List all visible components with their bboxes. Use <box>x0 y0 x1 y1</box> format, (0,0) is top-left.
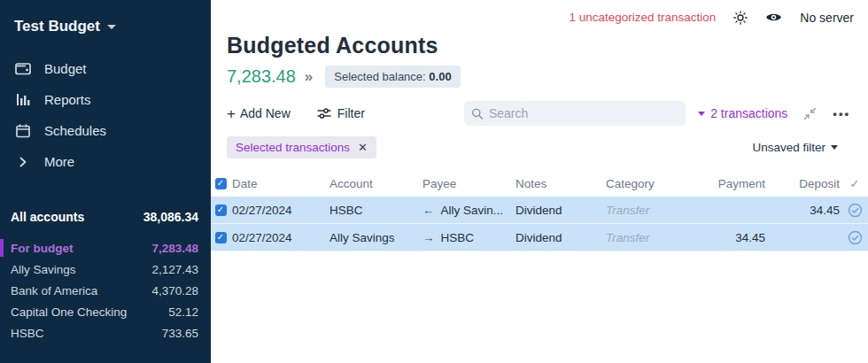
account-item-ally-savings[interactable]: Ally Savings 2,127.43 <box>0 259 211 280</box>
table-row[interactable]: ✓ 02/27/2024 Ally Savings → HSBC Dividen… <box>211 224 868 251</box>
cell-payment[interactable]: 34.45 <box>698 231 769 244</box>
search-icon <box>471 107 484 120</box>
cell-account[interactable]: Ally Savings <box>328 231 421 244</box>
cell-date[interactable]: 02/27/2024 <box>230 204 328 217</box>
sidebar-item-budget[interactable]: Budget <box>0 53 211 84</box>
transactions-count-label: 2 transactions <box>710 106 787 120</box>
bar-chart-icon <box>14 93 32 106</box>
cleared-status-button[interactable] <box>843 230 866 245</box>
uncategorized-alert[interactable]: 1 uncategorized transaction <box>569 11 716 24</box>
account-label: HSBC <box>11 327 44 340</box>
active-indicator <box>0 239 4 257</box>
server-status-button[interactable]: No server <box>800 11 854 25</box>
all-accounts-item[interactable]: All accounts 38,086.34 <box>0 205 211 228</box>
search-box[interactable] <box>464 101 686 126</box>
cleared-status-button[interactable] <box>843 203 866 218</box>
cell-category[interactable]: Transfer <box>604 204 698 217</box>
sidebar-item-label: Budget <box>44 61 87 76</box>
payee-name: HSBC <box>441 231 475 244</box>
selected-balance-label: Selected balance: <box>334 70 425 83</box>
row-checkbox[interactable]: ✓ <box>215 232 227 243</box>
transactions-table: ✓ Date Account Payee Notes Category Paym… <box>211 170 868 251</box>
sidebar-item-label: More <box>44 154 74 169</box>
check-icon: ✓ <box>217 179 224 188</box>
account-item-for-budget[interactable]: For budget 7,283.48 <box>0 237 211 259</box>
close-icon[interactable]: ✕ <box>358 141 368 154</box>
sidebar-nav: Budget Reports Schedules More <box>0 53 211 177</box>
sidebar: Test Budget Budget Reports Schedules <box>0 0 211 363</box>
account-header: Budgeted Accounts 7,283.48 » Selected ba… <box>211 27 868 159</box>
privacy-toggle-button[interactable] <box>765 12 782 23</box>
theme-toggle-button[interactable] <box>733 11 748 25</box>
account-list: For budget 7,283.48 Ally Savings 2,127.4… <box>0 237 211 344</box>
add-new-button[interactable]: + Add New <box>227 106 291 121</box>
sliders-icon <box>317 107 331 120</box>
calendar-icon <box>14 124 32 138</box>
cell-notes[interactable]: Dividend <box>514 231 604 244</box>
column-header-notes: Notes <box>514 177 604 190</box>
plus-icon: + <box>227 106 236 121</box>
chevron-right-icon <box>14 157 32 167</box>
sidebar-item-schedules[interactable]: Schedules <box>0 115 211 146</box>
all-accounts-value: 38,086.34 <box>143 210 198 224</box>
column-header-payment: Payment <box>698 177 769 190</box>
check-icon: ✓ <box>217 205 224 214</box>
column-header-account: Account <box>328 177 421 190</box>
account-value: 4,370.28 <box>151 284 198 297</box>
column-header-payee: Payee <box>421 177 514 190</box>
transfer-arrow-icon: ← <box>422 204 435 217</box>
selected-balance-value: 0.00 <box>429 70 451 83</box>
cell-category[interactable]: Transfer <box>604 231 698 244</box>
toolbar: + Add New Filter <box>227 101 850 126</box>
transactions-count-button[interactable]: 2 transactions <box>698 106 787 120</box>
account-item-bank-of-america[interactable]: Bank of America 4,370.28 <box>0 280 211 301</box>
accounts-section: All accounts 38,086.34 For budget 7,283.… <box>0 205 211 344</box>
budget-name: Test Budget <box>14 18 100 35</box>
column-header-date: Date <box>230 177 328 190</box>
sidebar-item-more[interactable]: More <box>0 146 211 177</box>
filter-label: Filter <box>337 106 365 120</box>
cleared-column-icon: ✓ <box>843 177 866 190</box>
account-item-hsbc[interactable]: HSBC 733.65 <box>0 322 211 344</box>
filter-button[interactable]: Filter <box>317 106 365 120</box>
account-value: 52.12 <box>168 305 198 319</box>
account-value: 7,283.48 <box>151 242 198 255</box>
add-new-label: Add New <box>240 106 291 120</box>
cell-payee[interactable]: ← Ally Savin... <box>421 204 514 217</box>
selected-balance-chip: Selected balance: 0.00 <box>325 66 460 88</box>
unsaved-filter-menu[interactable]: Unsaved filter <box>752 141 838 154</box>
budget-switcher[interactable]: Test Budget <box>0 0 211 41</box>
transfer-arrow-icon: → <box>422 231 435 244</box>
select-all-checkbox[interactable]: ✓ <box>215 178 227 189</box>
more-options-button[interactable]: ••• <box>833 107 850 120</box>
caret-down-icon <box>698 112 705 116</box>
sidebar-item-label: Reports <box>44 92 91 107</box>
sidebar-item-reports[interactable]: Reports <box>0 84 211 115</box>
account-item-capital-one-checking[interactable]: Capital One Checking 52.12 <box>0 301 211 322</box>
selected-transactions-chip[interactable]: Selected transactions ✕ <box>227 136 376 158</box>
cell-deposit[interactable]: 34.45 <box>769 204 843 217</box>
cell-account[interactable]: HSBC <box>328 204 421 217</box>
sun-icon <box>733 11 748 25</box>
caret-down-icon <box>831 145 838 150</box>
expand-balance-icon[interactable]: » <box>305 69 313 84</box>
balance-row: 7,283.48 » Selected balance: 0.00 <box>227 66 850 88</box>
check-circle-icon <box>848 203 863 218</box>
check-icon: ✓ <box>217 233 224 242</box>
column-header-deposit: Deposit <box>769 177 843 190</box>
page-title: Budgeted Accounts <box>227 33 850 58</box>
main-panel: 1 uncategorized transaction No server Bu… <box>211 0 868 363</box>
sidebar-item-label: Schedules <box>44 123 106 138</box>
cell-notes[interactable]: Dividend <box>514 204 604 217</box>
table-row[interactable]: ✓ 02/27/2024 HSBC ← Ally Savin... Divide… <box>211 197 868 224</box>
cell-date[interactable]: 02/27/2024 <box>230 231 328 244</box>
account-value: 2,127.43 <box>151 263 198 276</box>
payee-name: Ally Savin... <box>441 204 504 217</box>
cell-payee[interactable]: → HSBC <box>421 231 514 244</box>
search-input[interactable] <box>489 106 678 120</box>
row-checkbox[interactable]: ✓ <box>215 205 227 216</box>
collapse-transactions-button[interactable] <box>803 107 817 120</box>
account-balance[interactable]: 7,283.48 <box>227 66 296 87</box>
eye-icon <box>765 12 782 23</box>
table-header: ✓ Date Account Payee Notes Category Paym… <box>211 170 868 197</box>
